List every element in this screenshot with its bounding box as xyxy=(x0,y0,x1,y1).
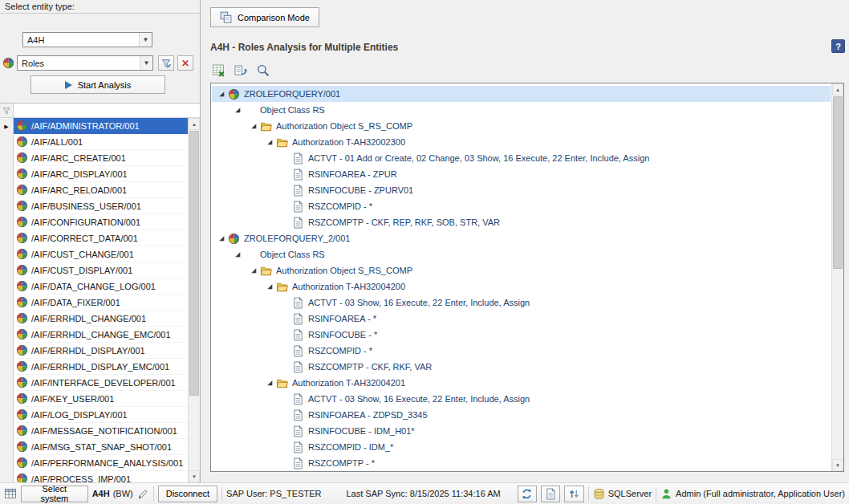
analysis-panel: Comparison Mode A4H - Roles Analysis for… xyxy=(201,0,849,482)
role-list-item[interactable]: /AIF/ALL/001 xyxy=(0,134,188,150)
expand-arrow-icon[interactable] xyxy=(217,234,225,243)
scroll-down-icon[interactable]: ▼ xyxy=(832,459,843,471)
refresh-tree-button[interactable] xyxy=(233,63,249,79)
role-list-item[interactable]: /AIF/ARC_RELOAD/001 xyxy=(0,182,188,198)
tree-node[interactable]: RSZCOMPTP - CKF, REP, RKF, SOB, STR, VAR xyxy=(212,214,831,230)
scroll-up-icon[interactable]: ▲ xyxy=(189,118,200,130)
refresh-button[interactable] xyxy=(518,486,537,502)
role-list-item[interactable]: /AIF/ERRHDL_DISPLAY_EMC/001 xyxy=(0,359,188,375)
tree-node[interactable]: Object Class RS xyxy=(212,246,831,262)
tree-node[interactable]: RSZCOMPTP - * xyxy=(212,455,831,470)
scroll-up-icon[interactable]: ▲ xyxy=(832,83,843,96)
filter-button[interactable] xyxy=(158,55,174,71)
role-list-item[interactable]: ▶ /AIF/ADMINISTRATOR/001 xyxy=(0,118,188,134)
role-name: /AIF/LOG_DISPLAY/001 xyxy=(31,410,128,420)
chevron-down-icon[interactable]: ▼ xyxy=(140,56,152,70)
scrollbar-thumb[interactable] xyxy=(189,131,199,396)
export-excel-button[interactable] xyxy=(210,63,226,79)
expand-arrow-icon[interactable] xyxy=(265,282,274,291)
expand-arrow-icon[interactable] xyxy=(249,266,258,275)
expand-arrow-icon[interactable] xyxy=(233,250,242,259)
tree-scrollbar[interactable]: ▲ ▼ xyxy=(831,83,843,471)
tree-node[interactable]: RSZCOMPID - IDM_* xyxy=(212,439,831,455)
document-icon xyxy=(292,169,304,181)
start-analysis-button[interactable]: Start Analysis xyxy=(30,75,165,94)
tree-node[interactable]: RSINFOCUBE - ZPURV01 xyxy=(212,182,831,198)
tree-node[interactable]: Authorization Object S_RS_COMP xyxy=(212,262,831,278)
expand-arrow-icon[interactable] xyxy=(265,379,274,388)
role-list-item[interactable]: /AIF/CONFIGURATION/001 xyxy=(0,214,188,230)
tree-node[interactable]: Authorization T-AH32004201 xyxy=(212,375,831,391)
role-globe-icon xyxy=(16,425,28,437)
select-system-button[interactable]: Select system xyxy=(21,486,88,502)
connection-pen-icon xyxy=(137,488,149,500)
document-icon xyxy=(292,409,304,421)
scrollbar-thumb[interactable] xyxy=(833,96,843,269)
chevron-down-icon[interactable]: ▼ xyxy=(139,33,152,47)
grid-filter-row[interactable] xyxy=(0,104,200,118)
role-list-item[interactable]: /AIF/ERRHDL_CHANGE/001 xyxy=(0,311,188,327)
roles-list: ▶ /AIF/ADMINISTRATOR/001 /AIF/ALL/001 xyxy=(0,118,188,482)
role-globe-icon xyxy=(16,344,28,356)
tree-node[interactable]: RSZCOMPTP - CKF, RKF, VAR xyxy=(212,359,831,375)
tree-node[interactable]: RSINFOAREA - * xyxy=(212,311,831,327)
tree-node[interactable]: Object Class RS xyxy=(212,102,831,118)
role-name: /AIF/CUST_CHANGE/001 xyxy=(31,250,134,259)
system-dropdown[interactable]: A4H ▼ xyxy=(22,32,152,47)
help-icon[interactable]: ? xyxy=(831,39,845,53)
disconnect-button[interactable]: Disconnect xyxy=(158,486,217,502)
scroll-down-icon[interactable]: ▼ xyxy=(189,470,200,482)
role-list-item[interactable]: /AIF/INTERFACE_DEVELOPER/001 xyxy=(0,375,188,391)
role-list-item[interactable]: /AIF/ERRHDL_DISPLAY/001 xyxy=(0,343,188,359)
page-title: A4H - Roles Analysis for Multiple Entiti… xyxy=(210,42,398,53)
role-list-item[interactable]: /AIF/KEY_USER/001 xyxy=(0,391,188,407)
comparison-mode-button[interactable]: Comparison Mode xyxy=(210,7,319,27)
role-list-item[interactable]: /AIF/MSG_STAT_SNAP_SHOT/001 xyxy=(0,439,188,455)
role-list-item[interactable]: /AIF/LOG_DISPLAY/001 xyxy=(0,407,188,423)
sync-button[interactable] xyxy=(564,486,583,502)
role-list-item[interactable]: /AIF/ARC_DISPLAY/001 xyxy=(0,166,188,182)
tree-node[interactable]: RSINFOCUBE - * xyxy=(212,327,831,343)
search-button[interactable] xyxy=(255,63,271,79)
tree-node[interactable]: ACTVT - 03 Show, 16 Execute, 22 Enter, I… xyxy=(212,295,831,311)
tree-node[interactable]: Authorization T-AH32004200 xyxy=(212,278,831,295)
tree-node[interactable]: Authorization T-AH32002300 xyxy=(212,134,831,150)
expand-arrow-icon[interactable] xyxy=(265,138,274,147)
role-list-item[interactable]: /AIF/DATA_CHANGE_LOG/001 xyxy=(0,278,188,295)
tree-node[interactable]: RSINFOAREA - ZPUR xyxy=(212,166,831,182)
expand-arrow-icon[interactable] xyxy=(233,106,242,115)
tree-node[interactable]: ZROLEFORQUERY/001 xyxy=(212,86,831,102)
tree-node[interactable]: RSINFOAREA - ZDPSD_3345 xyxy=(212,407,831,423)
role-globe-icon xyxy=(16,248,28,260)
tree-node[interactable]: ACTVT - 03 Show, 16 Execute, 22 Enter, I… xyxy=(212,391,831,407)
role-list-item[interactable]: /AIF/PERFORMANCE_ANALYSIS/001 xyxy=(0,455,188,471)
expand-arrow-icon[interactable] xyxy=(249,122,258,131)
connected-system-label: A4H (BW) xyxy=(92,489,133,498)
role-list-item[interactable]: /AIF/DATA_FIXER/001 xyxy=(0,295,188,311)
roles-scrollbar[interactable]: ▲ ▼ xyxy=(188,118,200,482)
tree-node[interactable]: RSINFOCUBE - IDM_H01* xyxy=(212,423,831,439)
role-list-item[interactable]: /AIF/MESSAGE_NOTIFICATION/001 xyxy=(0,423,188,439)
clear-filter-button[interactable]: ✕ xyxy=(177,55,193,71)
filter-input-cell[interactable] xyxy=(14,104,200,117)
tree-node[interactable]: ACTVT - 01 Add or Create, 02 Change, 03 … xyxy=(212,150,831,166)
role-list-item[interactable]: /AIF/BUSINESS_USER/001 xyxy=(0,198,188,214)
role-list-item[interactable]: /AIF/PROCESS_IMP/001 xyxy=(0,471,188,482)
row-indicator-cell xyxy=(0,455,14,471)
entity-type-dropdown[interactable]: Roles ▼ xyxy=(17,55,153,71)
tree-node[interactable]: RSZCOMPID - * xyxy=(212,343,831,359)
role-list-item[interactable]: /AIF/CUST_CHANGE/001 xyxy=(0,246,188,262)
tree-node[interactable]: RSZCOMPID - * xyxy=(212,198,831,214)
role-list-item[interactable]: /AIF/CORRECT_DATA/001 xyxy=(0,230,188,246)
tree-node-label: RSZCOMPID - * xyxy=(307,346,372,356)
role-list-item[interactable]: /AIF/ARC_CREATE/001 xyxy=(0,150,188,166)
role-globe-icon xyxy=(16,408,28,421)
tree-node-label: ACTVT - 03 Show, 16 Execute, 22 Enter, I… xyxy=(307,394,530,404)
role-list-item[interactable]: /AIF/CUST_DISPLAY/001 xyxy=(0,262,188,278)
tree-node[interactable]: ZROLEFORQUERY_2/001 xyxy=(212,230,831,246)
log-button[interactable] xyxy=(541,486,560,502)
tree-node[interactable]: Authorization Object S_RS_COMP xyxy=(212,118,831,134)
tree-node-label: Object Class RS xyxy=(258,105,325,115)
role-list-item[interactable]: /AIF/ERRHDL_CHANGE_EMC/001 xyxy=(0,327,188,343)
expand-arrow-icon[interactable] xyxy=(217,90,225,99)
